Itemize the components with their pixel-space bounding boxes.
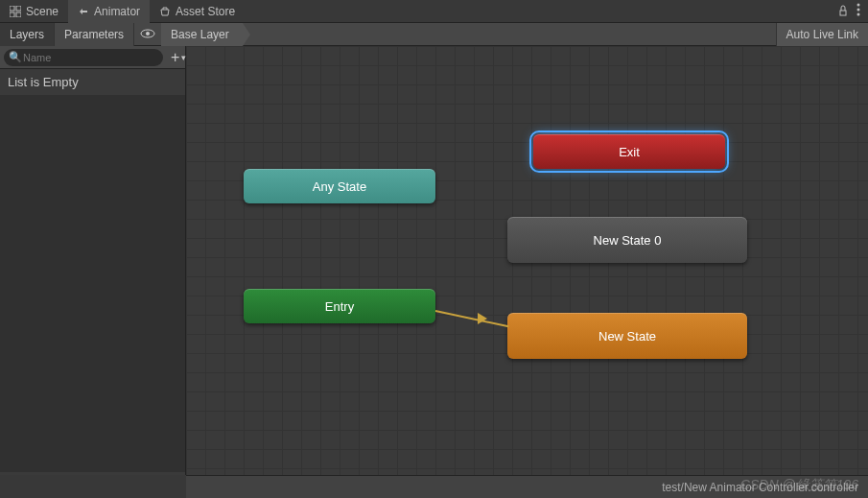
tab-asset-store-label: Asset Store xyxy=(176,5,235,18)
eye-icon[interactable] xyxy=(134,26,161,43)
animator-icon xyxy=(78,6,89,17)
node-any-state[interactable]: Any State xyxy=(244,169,435,203)
svg-rect-2 xyxy=(10,12,14,17)
svg-rect-1 xyxy=(16,6,21,11)
svg-rect-4 xyxy=(840,11,846,15)
menu-icon[interactable] xyxy=(856,3,860,20)
node-exit[interactable]: Exit xyxy=(533,134,725,169)
basket-icon xyxy=(159,6,171,17)
sub-bar: Layers Parameters Base Layer Auto Live L… xyxy=(0,23,868,46)
top-tab-bar: Scene Animator Asset Store xyxy=(0,0,868,23)
watermark: CSDN @缘笺第196 xyxy=(740,477,858,494)
parameters-sidebar: 🔍 + ▾ List is Empty xyxy=(0,46,186,475)
plus-icon: + xyxy=(171,49,179,66)
node-new-state-0[interactable]: New State 0 xyxy=(507,217,747,263)
svg-point-7 xyxy=(857,12,860,15)
breadcrumb[interactable]: Base Layer xyxy=(161,23,243,46)
svg-point-6 xyxy=(857,8,860,11)
lock-icon[interactable] xyxy=(837,3,849,20)
subtab-layers[interactable]: Layers xyxy=(0,23,55,46)
empty-list-label: List is Empty xyxy=(0,69,185,95)
svg-rect-0 xyxy=(10,6,14,11)
node-entry[interactable]: Entry xyxy=(244,289,435,323)
tab-animator-label: Animator xyxy=(94,5,140,18)
svg-point-9 xyxy=(146,32,150,36)
tab-animator[interactable]: Animator xyxy=(68,0,150,23)
transition-arrow[interactable] xyxy=(435,310,509,327)
sidebar-lower-panel xyxy=(0,95,185,472)
tab-scene-label: Scene xyxy=(26,5,59,18)
auto-live-link-button[interactable]: Auto Live Link xyxy=(776,23,868,46)
grid-icon xyxy=(10,6,21,17)
transition-arrow-head xyxy=(478,313,487,324)
subtab-parameters[interactable]: Parameters xyxy=(55,23,134,46)
node-new-state[interactable]: New State xyxy=(507,313,747,359)
animator-graph[interactable]: Any State Exit New State 0 Entry New Sta… xyxy=(186,46,868,475)
search-icon: 🔍 xyxy=(9,51,22,63)
tab-asset-store[interactable]: Asset Store xyxy=(150,0,245,23)
svg-point-5 xyxy=(857,3,860,6)
search-input[interactable] xyxy=(4,49,163,66)
svg-rect-3 xyxy=(16,12,21,17)
tab-scene[interactable]: Scene xyxy=(0,0,68,23)
